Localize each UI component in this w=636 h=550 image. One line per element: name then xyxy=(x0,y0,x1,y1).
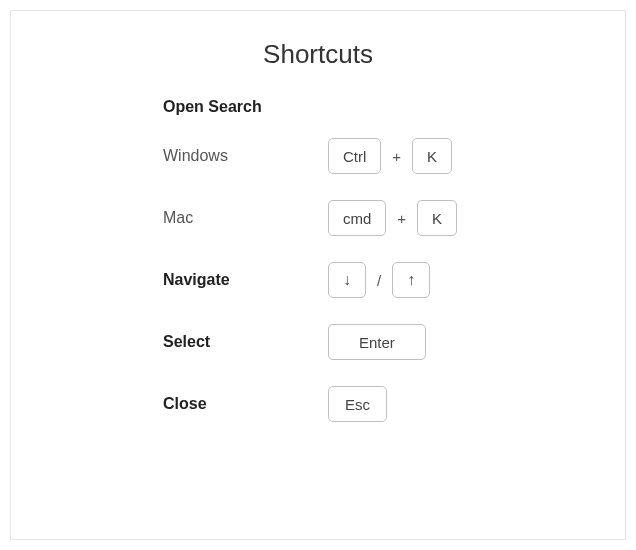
panel-title: Shortcuts xyxy=(51,39,585,70)
select-label: Select xyxy=(163,333,328,351)
close-label: Close xyxy=(163,395,328,413)
arrow-up-key: ↑ xyxy=(392,262,430,298)
close-keys: Esc xyxy=(328,386,387,422)
esc-key: Esc xyxy=(328,386,387,422)
cmd-key: cmd xyxy=(328,200,386,236)
shortcuts-panel: Shortcuts Open Search Windows Ctrl + K M… xyxy=(10,10,626,540)
k-key: K xyxy=(417,200,457,236)
k-key: K xyxy=(412,138,452,174)
arrow-down-key: ↓ xyxy=(328,262,366,298)
navigate-row: Navigate ↓ / ↑ xyxy=(163,262,585,298)
enter-key: Enter xyxy=(328,324,426,360)
windows-keys: Ctrl + K xyxy=(328,138,452,174)
navigate-keys: ↓ / ↑ xyxy=(328,262,430,298)
select-group: Select Enter xyxy=(163,324,585,360)
select-keys: Enter xyxy=(328,324,426,360)
mac-label: Mac xyxy=(163,209,328,227)
shortcuts-content: Open Search Windows Ctrl + K Mac cmd + K xyxy=(51,98,585,422)
navigate-group: Navigate ↓ / ↑ xyxy=(163,262,585,298)
ctrl-key: Ctrl xyxy=(328,138,381,174)
slash-separator: / xyxy=(377,272,381,289)
windows-row: Windows Ctrl + K xyxy=(163,138,585,174)
plus-separator: + xyxy=(397,210,406,227)
open-search-label: Open Search xyxy=(163,98,585,116)
navigate-label: Navigate xyxy=(163,271,328,289)
mac-keys: cmd + K xyxy=(328,200,457,236)
windows-label: Windows xyxy=(163,147,328,165)
select-row: Select Enter xyxy=(163,324,585,360)
mac-row: Mac cmd + K xyxy=(163,200,585,236)
open-search-group: Open Search Windows Ctrl + K Mac cmd + K xyxy=(163,98,585,236)
close-group: Close Esc xyxy=(163,386,585,422)
close-row: Close Esc xyxy=(163,386,585,422)
plus-separator: + xyxy=(392,148,401,165)
